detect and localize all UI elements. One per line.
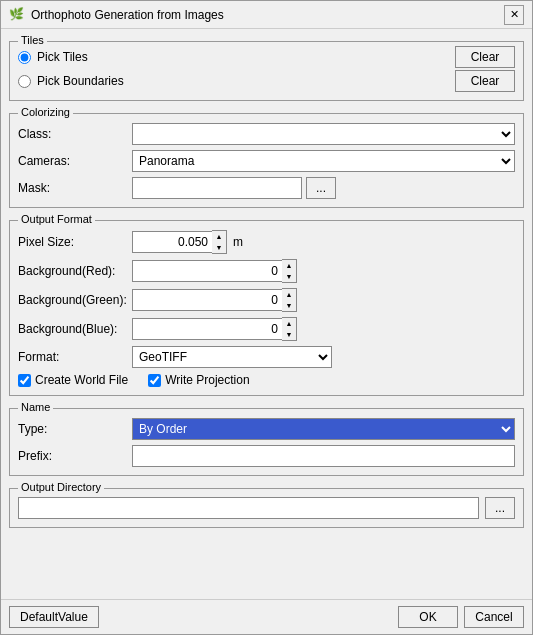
default-value-button[interactable]: DefaultValue (9, 606, 99, 628)
bg-red-spinbox: ▲ ▼ (132, 259, 297, 283)
pick-tiles-left: Pick Tiles (18, 50, 88, 64)
type-row: Type: By Order (18, 418, 515, 440)
bg-green-spin-btns: ▲ ▼ (282, 288, 297, 312)
create-world-checkbox[interactable] (18, 374, 31, 387)
type-label: Type: (18, 422, 128, 436)
bg-red-row: Background(Red): ▲ ▼ (18, 259, 515, 283)
bg-blue-spin-btns: ▲ ▼ (282, 317, 297, 341)
bg-red-down-button[interactable]: ▼ (282, 271, 296, 282)
colorizing-group-label: Colorizing (18, 106, 73, 118)
mask-input[interactable] (132, 177, 302, 199)
mask-row: Mask: ... (18, 177, 515, 199)
main-window: 🌿 Orthophoto Generation from Images ✕ Ti… (0, 0, 533, 635)
footer-right: OK Cancel (398, 606, 524, 628)
name-group-label: Name (18, 401, 53, 413)
pixel-size-up-button[interactable]: ▲ (212, 231, 226, 242)
bg-red-label: Background(Red): (18, 264, 128, 278)
bg-green-up-button[interactable]: ▲ (282, 289, 296, 300)
output-format-group-label: Output Format (18, 213, 95, 225)
pixel-size-label: Pixel Size: (18, 235, 128, 249)
type-select[interactable]: By Order (132, 418, 515, 440)
cameras-row: Cameras: Panorama (18, 150, 515, 172)
bg-blue-input[interactable] (132, 318, 282, 340)
cameras-select[interactable]: Panorama (132, 150, 515, 172)
mask-browse-button[interactable]: ... (306, 177, 336, 199)
app-icon: 🌿 (9, 7, 25, 23)
bg-blue-label: Background(Blue): (18, 322, 128, 336)
pixel-size-spin-btns: ▲ ▼ (212, 230, 227, 254)
ok-button[interactable]: OK (398, 606, 458, 628)
pick-tiles-row: Pick Tiles Clear (18, 46, 515, 68)
prefix-label: Prefix: (18, 449, 128, 463)
bg-blue-row: Background(Blue): ▲ ▼ (18, 317, 515, 341)
format-row: Format: GeoTIFF (18, 346, 515, 368)
output-format-group: Output Format Pixel Size: ▲ ▼ m Backgrou… (9, 220, 524, 396)
class-label: Class: (18, 127, 128, 141)
window-title: Orthophoto Generation from Images (31, 8, 224, 22)
clear-tiles-button[interactable]: Clear (455, 46, 515, 68)
tiles-group: Tiles Pick Tiles Clear Pick Boundaries C… (9, 41, 524, 101)
class-row: Class: (18, 123, 515, 145)
checkbox-row: Create World File Write Projection (18, 373, 515, 387)
write-projection-label: Write Projection (165, 373, 249, 387)
prefix-row: Prefix: (18, 445, 515, 467)
bg-red-up-button[interactable]: ▲ (282, 260, 296, 271)
pick-boundaries-left: Pick Boundaries (18, 74, 124, 88)
footer: DefaultValue OK Cancel (1, 599, 532, 634)
bg-blue-down-button[interactable]: ▼ (282, 329, 296, 340)
create-world-label: Create World File (35, 373, 128, 387)
output-dir-row: ... (18, 497, 515, 519)
write-projection-item: Write Projection (148, 373, 249, 387)
tiles-inner: Pick Tiles Clear Pick Boundaries Clear (18, 46, 515, 92)
cancel-button[interactable]: Cancel (464, 606, 524, 628)
pixel-size-spinbox: ▲ ▼ (132, 230, 227, 254)
pick-tiles-label: Pick Tiles (37, 50, 88, 64)
clear-boundaries-button[interactable]: Clear (455, 70, 515, 92)
bg-blue-up-button[interactable]: ▲ (282, 318, 296, 329)
bg-red-input[interactable] (132, 260, 282, 282)
main-content: Tiles Pick Tiles Clear Pick Boundaries C… (1, 29, 532, 599)
cameras-label: Cameras: (18, 154, 128, 168)
mask-label: Mask: (18, 181, 128, 195)
pick-boundaries-label: Pick Boundaries (37, 74, 124, 88)
titlebar: 🌿 Orthophoto Generation from Images ✕ (1, 1, 532, 29)
pick-boundaries-radio[interactable] (18, 75, 31, 88)
output-directory-group: Output Directory ... (9, 488, 524, 528)
format-label: Format: (18, 350, 128, 364)
output-directory-group-label: Output Directory (18, 481, 104, 493)
close-button[interactable]: ✕ (504, 5, 524, 25)
bg-green-input[interactable] (132, 289, 282, 311)
bg-green-row: Background(Green): ▲ ▼ (18, 288, 515, 312)
pixel-size-row: Pixel Size: ▲ ▼ m (18, 230, 515, 254)
format-select[interactable]: GeoTIFF (132, 346, 332, 368)
colorizing-group: Colorizing Class: Cameras: Panorama Mask… (9, 113, 524, 208)
output-dir-input[interactable] (18, 497, 479, 519)
pixel-size-down-button[interactable]: ▼ (212, 242, 226, 253)
write-projection-checkbox[interactable] (148, 374, 161, 387)
create-world-item: Create World File (18, 373, 128, 387)
titlebar-left: 🌿 Orthophoto Generation from Images (9, 7, 224, 23)
output-dir-browse-button[interactable]: ... (485, 497, 515, 519)
tiles-group-label: Tiles (18, 34, 47, 46)
pick-boundaries-row: Pick Boundaries Clear (18, 70, 515, 92)
bg-red-spin-btns: ▲ ▼ (282, 259, 297, 283)
bg-green-spinbox: ▲ ▼ (132, 288, 297, 312)
pick-tiles-radio[interactable] (18, 51, 31, 64)
pixel-size-input[interactable] (132, 231, 212, 253)
name-group: Name Type: By Order Prefix: (9, 408, 524, 476)
pixel-size-unit: m (233, 235, 243, 249)
class-select[interactable] (132, 123, 515, 145)
bg-green-label: Background(Green): (18, 293, 128, 307)
prefix-input[interactable] (132, 445, 515, 467)
bg-blue-spinbox: ▲ ▼ (132, 317, 297, 341)
bg-green-down-button[interactable]: ▼ (282, 300, 296, 311)
